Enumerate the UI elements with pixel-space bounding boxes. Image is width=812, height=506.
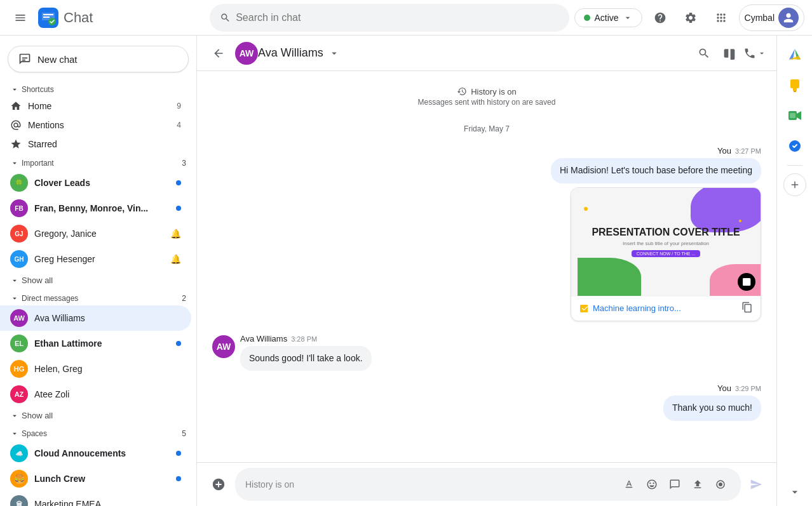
attachment-name: Machine learning intro...	[579, 303, 681, 314]
account-area[interactable]: Cymbal	[739, 4, 804, 31]
sidebar-item-atee[interactable]: AZ Atee Zoli	[0, 382, 191, 407]
sidebar-item-ethan[interactable]: EL Ethan Lattimore	[0, 331, 191, 356]
history-notice: History is on Messages sent with history…	[212, 86, 761, 107]
avatar: GJ	[10, 225, 28, 243]
spaces-count: 5	[182, 429, 186, 438]
chat-title-area[interactable]: Ava Williams	[258, 46, 693, 60]
sidebar-item-mentions[interactable]: Mentions 4	[0, 116, 191, 135]
sidebar-item-greg-h[interactable]: GH Greg Hesenger 🔔	[0, 246, 191, 272]
status-button[interactable]: Active	[574, 8, 642, 27]
mentions-count: 4	[177, 121, 181, 130]
emoji-button[interactable]	[642, 474, 662, 495]
spaces-section-header[interactable]: Spaces 5	[0, 424, 196, 441]
new-chat-label: New chat	[37, 54, 78, 65]
call-button[interactable]	[743, 42, 766, 65]
input-actions	[619, 474, 731, 495]
add-button[interactable]	[207, 473, 230, 496]
avatar: AZ	[10, 385, 28, 403]
settings-button[interactable]	[678, 5, 703, 30]
sender-name: You	[717, 383, 731, 393]
sidebar-item-starred[interactable]: Starred	[0, 135, 191, 154]
mentions-icon	[10, 119, 22, 131]
format-text-button[interactable]	[619, 474, 639, 495]
layout: New chat Shortcuts Home 9 Mentions 4 Sta…	[0, 0, 812, 506]
drive-icon-button[interactable]	[781, 41, 809, 69]
home-label: Home	[28, 101, 170, 111]
sidebar-item-fran[interactable]: FB Fran, Benny, Monroe, Vin...	[0, 196, 191, 221]
lunch-label: Lunch Crew	[34, 474, 170, 484]
important-section-header[interactable]: Important 3	[0, 154, 196, 170]
contact-avatar: AW	[235, 42, 258, 65]
search-icon	[220, 12, 231, 23]
dm-show-all[interactable]: Show all	[0, 407, 196, 424]
sidebar-item-clover-leads[interactable]: 🍀 Clover Leads	[0, 170, 191, 196]
message-meta: Ava Williams 3:28 PM	[240, 334, 317, 343]
sidebar-item-ava[interactable]: AW Ava Williams	[0, 305, 191, 331]
sidebar-item-gregory[interactable]: GJ Gregory, Janice 🔔	[0, 221, 191, 246]
add-app-button[interactable]	[783, 173, 806, 196]
message-bubble: Hi Madision! Let's touch base before the…	[551, 158, 761, 183]
chat-area: AW Ava Williams	[197, 36, 776, 506]
svg-point-3	[719, 483, 722, 486]
sidebar-item-helen[interactable]: HG Helen, Greg	[0, 356, 191, 382]
dm-section-header[interactable]: Direct messages 2	[0, 289, 196, 305]
outgoing-message-group: 3:29 PM You Thank you so much!	[663, 383, 761, 421]
sidebar-item-lunch[interactable]: 🍔 Lunch Crew	[0, 466, 191, 491]
important-show-all[interactable]: Show all	[0, 272, 196, 289]
starred-label: Starred	[28, 139, 181, 149]
sidebar-item-cloud[interactable]: ☁️ Cloud Annoucements	[0, 441, 191, 466]
send-button[interactable]	[746, 474, 766, 495]
apps-button[interactable]	[708, 5, 734, 30]
dm-count: 2	[182, 294, 186, 303]
message-input[interactable]: History is on	[235, 468, 741, 501]
split-view-button[interactable]	[718, 42, 741, 65]
add-icon	[789, 179, 801, 190]
chat-title: Ava Williams	[258, 46, 323, 60]
record-button[interactable]	[710, 474, 731, 495]
decor-dot	[584, 207, 588, 211]
sidebar-item-home[interactable]: Home 9	[0, 97, 191, 116]
sidebar-item-marketing[interactable]: 🏛 Marketing EMEA	[0, 491, 191, 506]
status-dot	[584, 15, 590, 21]
tasks-icon-button[interactable]	[781, 132, 809, 160]
panel-chevron[interactable]	[788, 486, 801, 501]
attachment-footer: Machine learning intro...	[571, 296, 761, 321]
message-time: 3:28 PM	[291, 335, 317, 343]
avatar: GH	[10, 250, 28, 268]
ethan-label: Ethan Lattimore	[34, 338, 170, 349]
search-input[interactable]	[236, 12, 559, 23]
thread-button[interactable]	[665, 474, 685, 495]
panel-divider	[787, 165, 802, 166]
menu-icon[interactable]	[8, 5, 33, 30]
meet-icon-button[interactable]	[781, 102, 809, 130]
upload-button[interactable]	[687, 474, 708, 495]
help-button[interactable]	[647, 5, 673, 30]
sender-name: Ava Williams	[240, 334, 287, 343]
clover-leads-label: Clover Leads	[34, 178, 170, 188]
avatar: AW	[10, 309, 28, 327]
history-on-label: History is on	[471, 87, 517, 97]
new-chat-button[interactable]: New chat	[8, 46, 189, 72]
chevron-down-icon	[10, 159, 19, 168]
history-sub: Messages sent with history on are saved	[212, 98, 761, 107]
avatar: 🍔	[10, 470, 28, 488]
presentation-btn: CONNECT NOW / TO THE ...	[632, 250, 700, 257]
copy-button[interactable]	[741, 302, 753, 316]
keep-icon-button[interactable]	[781, 71, 809, 99]
avatar	[778, 8, 799, 28]
back-button[interactable]	[207, 42, 230, 65]
messages-area: History is on Messages sent with history…	[197, 71, 776, 462]
shortcuts-section-header[interactable]: Shortcuts	[0, 80, 196, 97]
avatar: FB	[10, 199, 28, 217]
message-time: 3:29 PM	[735, 385, 761, 392]
svg-marker-12	[797, 111, 801, 120]
avatar: ☁️	[10, 444, 28, 462]
search-button[interactable]	[693, 42, 715, 65]
message-row: AW Ava Williams 3:28 PM Sounds good! I'l…	[212, 334, 761, 371]
search-bar[interactable]	[210, 4, 569, 32]
meet-icon	[787, 108, 802, 123]
avatar: 🍀	[10, 174, 28, 192]
dm-show-all-label: Show all	[22, 411, 53, 420]
shortcuts-title: Shortcuts	[22, 85, 54, 94]
unread-dot	[176, 476, 181, 481]
